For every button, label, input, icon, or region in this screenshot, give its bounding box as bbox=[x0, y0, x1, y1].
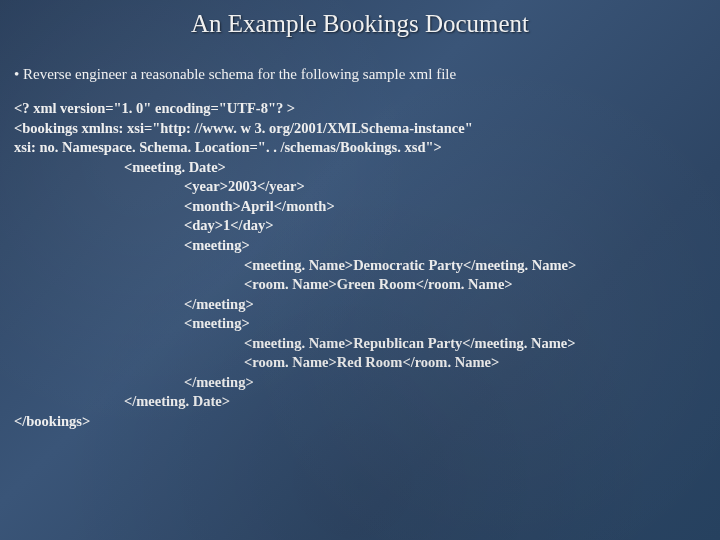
xml-line: <meeting. Date> bbox=[14, 158, 706, 178]
xml-line: <month>April</month> bbox=[14, 197, 706, 217]
xml-line: <year>2003</year> bbox=[14, 177, 706, 197]
xml-line: <? xml version="1. 0" encoding="UTF-8"? … bbox=[14, 99, 706, 119]
xml-line: <meeting. Name>Republican Party</meeting… bbox=[14, 334, 706, 354]
bullet-text: • Reverse engineer a reasonable schema f… bbox=[0, 66, 720, 83]
xml-line: xsi: no. Namespace. Schema. Location=". … bbox=[14, 138, 706, 158]
xml-line: <meeting> bbox=[14, 314, 706, 334]
slide-title: An Example Bookings Document bbox=[0, 0, 720, 38]
xml-line: </meeting> bbox=[14, 295, 706, 315]
xml-line: <bookings xmlns: xsi="http: //www. w 3. … bbox=[14, 119, 706, 139]
xml-line: <meeting> bbox=[14, 236, 706, 256]
xml-line: <room. Name>Green Room</room. Name> bbox=[14, 275, 706, 295]
xml-line: </bookings> bbox=[14, 412, 706, 432]
xml-code-block: <? xml version="1. 0" encoding="UTF-8"? … bbox=[0, 99, 720, 432]
xml-line: <room. Name>Red Room</room. Name> bbox=[14, 353, 706, 373]
xml-line: </meeting. Date> bbox=[14, 392, 706, 412]
xml-line: </meeting> bbox=[14, 373, 706, 393]
xml-line: <day>1</day> bbox=[14, 216, 706, 236]
xml-line: <meeting. Name>Democratic Party</meeting… bbox=[14, 256, 706, 276]
